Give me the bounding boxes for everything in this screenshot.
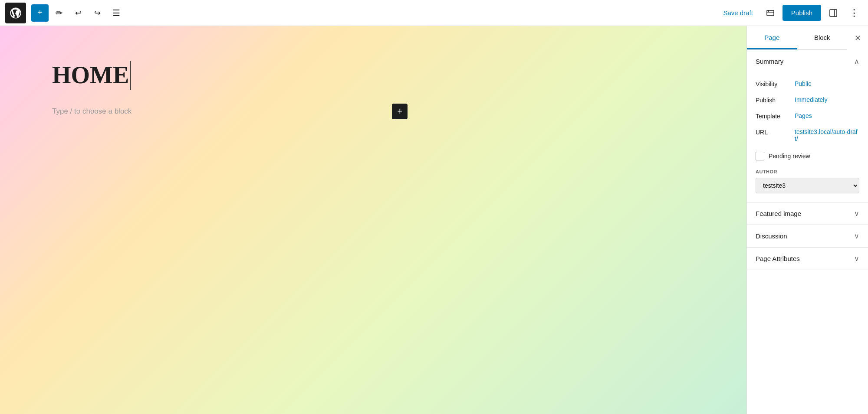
edit-mode-button[interactable]: ✏ xyxy=(50,4,68,22)
pending-review-row: Pending review xyxy=(756,147,859,166)
page-title[interactable]: HOME xyxy=(52,61,131,90)
featured-image-section-header[interactable]: Featured image ∨ xyxy=(747,202,868,225)
summary-section-content: Visibility Public Publish Immediately Te… xyxy=(747,72,868,202)
right-sidebar: Page Block ✕ Summary ∧ Visibility Public xyxy=(746,26,868,414)
preview-icon xyxy=(766,9,775,17)
toolbar: + ✏ ↩ ↪ ☰ Save draft Publish xyxy=(0,0,868,26)
publish-value[interactable]: Immediately xyxy=(795,96,827,103)
author-label: AUTHOR xyxy=(756,169,859,174)
summary-section-header[interactable]: Summary ∧ xyxy=(747,50,868,72)
wp-logo-icon xyxy=(10,7,22,19)
visibility-row: Visibility Public xyxy=(756,76,859,92)
sidebar-header: Page Block ✕ xyxy=(747,26,868,50)
svg-rect-3 xyxy=(830,10,837,16)
summary-section: Summary ∧ Visibility Public Publish Imme… xyxy=(747,50,868,202)
list-view-button[interactable]: ☰ xyxy=(108,4,125,22)
preview-button[interactable] xyxy=(762,4,779,22)
discussion-title: Discussion xyxy=(756,232,787,240)
sidebar-toggle-button[interactable] xyxy=(825,4,842,22)
featured-image-section: Featured image ∨ xyxy=(747,202,868,225)
summary-chevron-icon: ∧ xyxy=(854,57,859,65)
visibility-label: Visibility xyxy=(756,80,795,88)
toolbar-left: + ✏ ↩ ↪ ☰ xyxy=(5,3,125,23)
page-attributes-title: Page Attributes xyxy=(756,255,800,262)
tab-page[interactable]: Page xyxy=(747,27,797,49)
wp-logo-button[interactable] xyxy=(5,3,26,23)
block-placeholder-text: Type / to choose a block xyxy=(52,107,132,116)
featured-image-chevron-icon: ∨ xyxy=(854,209,859,218)
visibility-value[interactable]: Public xyxy=(795,80,811,87)
url-label: URL xyxy=(756,128,795,136)
author-select[interactable]: testsite3 xyxy=(756,178,859,193)
summary-section-title: Summary xyxy=(756,58,783,65)
sidebar-tabs: Page Block xyxy=(747,27,847,50)
discussion-section-header[interactable]: Discussion ∨ xyxy=(747,225,868,247)
page-attributes-section: Page Attributes ∨ xyxy=(747,248,868,270)
block-placeholder-row: Type / to choose a block + xyxy=(52,104,408,119)
svg-rect-0 xyxy=(767,10,774,16)
publish-row: Publish Immediately xyxy=(756,92,859,108)
save-draft-button[interactable]: Save draft xyxy=(718,6,758,20)
sidebar-toggle-icon xyxy=(829,9,838,17)
discussion-section: Discussion ∨ xyxy=(747,225,868,248)
tab-block[interactable]: Block xyxy=(797,27,848,49)
featured-image-title: Featured image xyxy=(756,210,801,217)
template-row: Template Pages xyxy=(756,108,859,124)
publish-label: Publish xyxy=(756,96,795,104)
toolbar-right: Save draft Publish ⋮ xyxy=(718,4,863,22)
inline-add-block-button[interactable]: + xyxy=(392,104,408,119)
sidebar-close-button[interactable]: ✕ xyxy=(849,29,866,47)
discussion-chevron-icon: ∨ xyxy=(854,232,859,240)
main-area: HOME Type / to choose a block + Page Blo… xyxy=(0,26,868,414)
pending-review-checkbox[interactable] xyxy=(756,152,764,160)
editor-canvas[interactable]: HOME Type / to choose a block + xyxy=(0,26,746,414)
pending-review-label: Pending review xyxy=(769,153,810,160)
redo-button[interactable]: ↪ xyxy=(89,4,106,22)
more-options-button[interactable]: ⋮ xyxy=(845,4,863,22)
template-label: Template xyxy=(756,112,795,120)
url-row: URL testsite3.local/auto-draft/ xyxy=(756,124,859,147)
undo-button[interactable]: ↩ xyxy=(69,4,87,22)
template-value[interactable]: Pages xyxy=(795,112,812,119)
page-attributes-section-header[interactable]: Page Attributes ∨ xyxy=(747,248,868,270)
url-value[interactable]: testsite3.local/auto-draft/ xyxy=(795,128,859,142)
add-block-toolbar-button[interactable]: + xyxy=(31,4,49,22)
page-attributes-chevron-icon: ∨ xyxy=(854,254,859,263)
publish-button[interactable]: Publish xyxy=(783,5,821,21)
